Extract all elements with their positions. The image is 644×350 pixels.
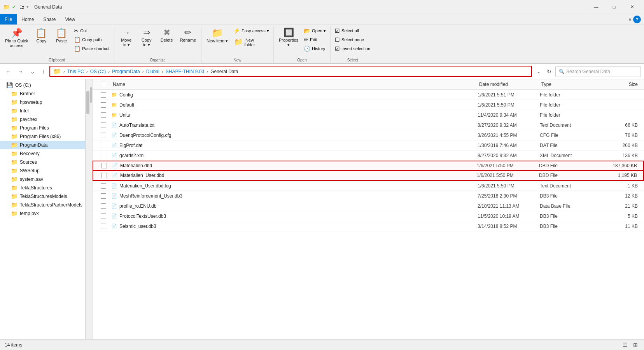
easy-access-button[interactable]: ⚡ Easy access ▾ <box>231 26 271 35</box>
file-row[interactable]: 📄EigProf.dat 1/30/2019 7:46 AM DAT File … <box>93 140 644 150</box>
history-button[interactable]: 🕐 History <box>302 44 328 53</box>
back-button[interactable]: ← <box>3 67 13 76</box>
refresh-button[interactable]: ↻ <box>545 67 553 76</box>
sidebar-item-hpswsetup[interactable]: 📁 hpswsetup <box>0 98 85 107</box>
file-row[interactable]: 📄Seismic_user.db3 3/14/2018 8:52 PM DB3 … <box>93 221 644 231</box>
details-view-button[interactable]: ☰ <box>621 341 629 349</box>
row-checkbox-area[interactable] <box>96 92 111 98</box>
sidebar-scroll-thumb[interactable] <box>86 91 89 114</box>
move-to-button[interactable]: → Moveto ▾ <box>117 26 136 49</box>
row-checkbox[interactable] <box>102 173 107 178</box>
file-row[interactable]: 📁Config 1/6/2021 5:51 PM File folder <box>93 90 644 100</box>
delete-button[interactable]: ✖ Delete <box>157 26 177 44</box>
cut-button[interactable]: ✂ Cut <box>72 26 111 35</box>
sidebar-item-os-c[interactable]: 💾 OS (C:) <box>0 81 85 89</box>
breadcrumb-thispc[interactable]: This PC <box>67 69 84 74</box>
file-row[interactable]: 📁Default 1/6/2021 5:50 PM File folder <box>93 100 644 110</box>
copy-path-button[interactable]: 📋 Copy path <box>72 35 111 44</box>
row-checkbox[interactable] <box>101 214 106 219</box>
sidebar-item-swsetup[interactable]: 📁 SWSetup <box>0 166 85 175</box>
tab-share[interactable]: Share <box>38 14 60 24</box>
file-row[interactable]: 📄Materialien_User.dbd.log 1/6/2021 5:50 … <box>93 181 644 191</box>
sidebar-item-programdata[interactable]: 📁 ProgramData <box>0 141 85 149</box>
row-checkbox-area[interactable] <box>96 112 111 118</box>
header-date[interactable]: Date modified <box>478 81 540 88</box>
breadcrumb-osc[interactable]: OS (C:) <box>90 69 106 74</box>
up-button[interactable]: ↑ <box>40 67 47 76</box>
file-row[interactable]: 📁Units 11/4/2020 9:34 AM File folder <box>93 110 644 120</box>
select-none-button[interactable]: ☐ Select none <box>333 35 372 44</box>
file-row[interactable]: 📄profile_ro.ENU.db 2/10/2021 11:13 AM Da… <box>93 201 644 211</box>
sidebar-item-intel[interactable]: 📁 Intel <box>0 107 85 115</box>
minimize-button[interactable]: — <box>587 0 605 14</box>
row-checkbox[interactable] <box>101 133 106 138</box>
row-checkbox-area[interactable] <box>96 153 111 158</box>
edit-button[interactable]: ✏ Edit <box>302 35 328 44</box>
sidebar-item-paychex[interactable]: 📁 paychex <box>0 115 85 124</box>
scroll-thumb-left[interactable] <box>90 87 92 103</box>
row-checkbox-area[interactable] <box>96 193 111 199</box>
sidebar-item-recovery[interactable]: 📁 Recovery <box>0 149 85 158</box>
row-checkbox[interactable] <box>101 102 106 108</box>
row-checkbox-area[interactable] <box>96 203 111 209</box>
breadcrumb-dlubal[interactable]: Dlubal <box>146 69 159 74</box>
invert-selection-button[interactable]: ☑ Invert selection <box>333 44 372 53</box>
paste-shortcut-button[interactable]: 📋 Paste shortcut <box>72 44 111 53</box>
header-size[interactable]: Size <box>602 81 641 88</box>
tab-view[interactable]: View <box>60 14 80 24</box>
sidebar-scrollbar[interactable] <box>86 79 89 339</box>
properties-button[interactable]: 🔲 Properties▾ <box>276 26 301 49</box>
breadcrumb-programdata[interactable]: ProgramData <box>112 69 140 74</box>
file-row[interactable]: 📄DuenqProtocolConfig.cfg 3/26/2021 4:55 … <box>93 130 644 140</box>
sidebar-item-temp-pvx[interactable]: 📁 temp.pvx <box>0 209 85 218</box>
row-checkbox[interactable] <box>101 112 106 118</box>
row-checkbox[interactable] <box>101 193 106 199</box>
sidebar-item-teklastructures-models[interactable]: 📁 TeklaStructuresModels <box>0 192 85 201</box>
open-button[interactable]: 📂 Open ▾ <box>302 26 328 35</box>
paste-button[interactable]: 📋 Paste <box>52 26 71 45</box>
row-checkbox[interactable] <box>101 183 106 189</box>
row-checkbox-area[interactable] <box>96 122 111 128</box>
large-icons-view-button[interactable]: ⊞ <box>632 341 639 349</box>
sidebar-item-program-files[interactable]: 📁 Program Files <box>0 124 85 132</box>
row-checkbox[interactable] <box>101 122 106 128</box>
search-box[interactable]: 🔍 Search General Data <box>555 66 641 77</box>
close-button[interactable]: ✕ <box>623 0 641 14</box>
help-icon[interactable]: ? <box>633 16 641 23</box>
address-box[interactable]: 📁 › This PC › OS (C:) › ProgramData › Dl… <box>49 66 532 77</box>
file-row-materialien-user-dbd[interactable]: 📄Materialien_User.dbd 1/6/2021 5:50 PM D… <box>93 171 644 181</box>
address-dropdown-button[interactable]: ⌄ <box>534 67 543 76</box>
file-row[interactable]: 📄AutoTranslate.txt 8/27/2020 9:32 AM Tex… <box>93 120 644 130</box>
sidebar-item-teklastructures-partner[interactable]: 📁 TeklaStructuresPartnerModels <box>0 201 85 209</box>
new-folder-button[interactable]: 📁 Newfolder <box>231 36 271 48</box>
row-checkbox-area[interactable] <box>96 173 112 178</box>
sidebar-item-teklastructures[interactable]: 📁 TeklaStructures <box>0 184 85 192</box>
row-checkbox-area[interactable] <box>96 102 111 108</box>
history-dropdown-button[interactable]: ⌄ <box>28 67 37 76</box>
file-row[interactable]: 📄gcards2.xml 8/27/2020 9:32 AM XML Docum… <box>93 150 644 161</box>
file-row[interactable]: 📄ProtocolTextsUser.db3 11/5/2020 10:19 A… <box>93 211 644 221</box>
copy-button[interactable]: 📋 Copy <box>32 26 51 45</box>
sidebar-item-system-sav[interactable]: 📁 system.sav <box>0 175 85 184</box>
new-item-button[interactable]: 📁 New item ▾ <box>204 26 231 46</box>
file-area-scrollbar-left[interactable] <box>89 79 93 339</box>
row-checkbox[interactable] <box>101 203 106 209</box>
row-checkbox[interactable] <box>101 143 106 148</box>
row-checkbox-area[interactable] <box>96 224 111 229</box>
select-all-button[interactable]: ☑ Select all <box>333 26 372 35</box>
sidebar-item-sources[interactable]: 📁 Sources <box>0 158 85 166</box>
row-checkbox[interactable] <box>101 224 106 229</box>
forward-button[interactable]: → <box>16 67 26 76</box>
row-checkbox-area[interactable] <box>96 143 111 148</box>
sidebar-item-brother[interactable]: 📁 Brother <box>0 89 85 98</box>
file-row[interactable]: 📄MeshReinforcement_User.db3 7/25/2018 2:… <box>93 191 644 201</box>
row-checkbox[interactable] <box>102 163 107 168</box>
row-checkbox-area[interactable] <box>96 163 112 168</box>
row-checkbox-area[interactable] <box>96 133 111 138</box>
sidebar-item-program-files-x86[interactable]: 📁 Program Files (x86) <box>0 132 85 141</box>
pin-to-quick-access-button[interactable]: 📌 Pin to Quickaccess <box>2 26 31 50</box>
breadcrumb-shapethin[interactable]: SHAPE-THIN 9.03 <box>166 69 204 74</box>
ribbon-collapse-icon[interactable]: ∧ <box>628 17 632 22</box>
row-checkbox[interactable] <box>101 92 106 98</box>
row-checkbox-area[interactable] <box>96 183 111 189</box>
